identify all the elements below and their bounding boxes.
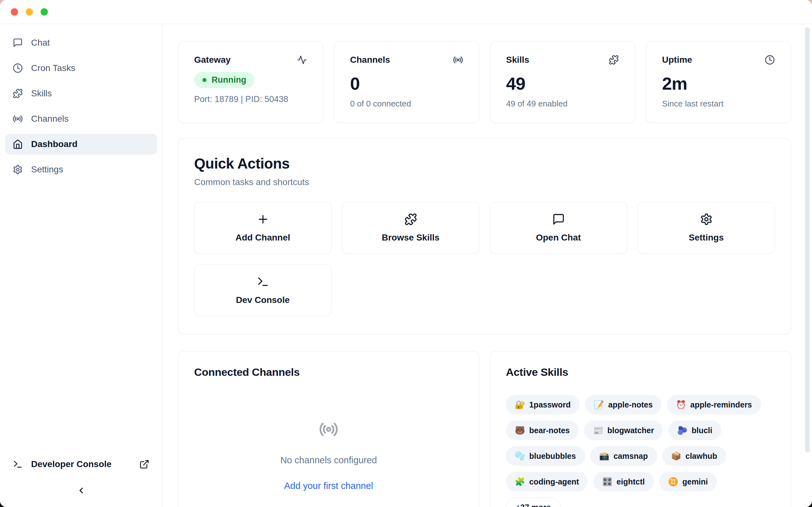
close-button[interactable]: [11, 8, 18, 15]
skill-name: blogwatcher: [607, 426, 654, 435]
action-label: Settings: [689, 233, 723, 243]
bottom-row: Connected Channels No channels configure…: [178, 351, 791, 507]
open-chat-button[interactable]: Open Chat: [490, 202, 627, 254]
chat-icon: [13, 38, 23, 48]
add-channel-button[interactable]: Add Channel: [194, 202, 332, 254]
stat-subtext: 49 of 49 enabled: [506, 99, 619, 109]
minimize-button[interactable]: [26, 8, 33, 15]
action-label: Dev Console: [236, 295, 290, 305]
radio-icon: [319, 419, 339, 439]
status-label: Running: [212, 75, 246, 85]
empty-channels-text: No channels configured: [281, 455, 377, 465]
skill-badge: 🫐blucli: [668, 420, 721, 440]
stat-card-gateway: Gateway Running Port: 18789 | PID: 50438: [178, 41, 323, 123]
clock-icon: [765, 55, 775, 65]
sidebar-item-cron-tasks[interactable]: Cron Tasks: [5, 58, 157, 78]
stats-row: Gateway Running Port: 18789 | PID: 50438…: [178, 41, 791, 123]
skill-emoji: ⏰: [676, 400, 686, 410]
collapse-sidebar-button[interactable]: [73, 483, 89, 498]
gear-icon: [700, 213, 713, 226]
add-first-channel-link[interactable]: Add your first channel: [284, 481, 373, 491]
quick-actions-title: Quick Actions: [194, 155, 775, 172]
settings-button[interactable]: Settings: [638, 202, 775, 254]
stat-subtext: 0 of 0 connected: [350, 99, 463, 109]
clock-icon: [13, 63, 23, 73]
puzzle-icon: [13, 89, 23, 99]
skill-name: clawhub: [686, 452, 717, 461]
skill-name: bear-notes: [529, 426, 570, 435]
skill-badge: ⏰apple-reminders: [667, 395, 761, 414]
gear-icon: [13, 164, 23, 175]
skill-emoji: ♊️: [668, 477, 678, 487]
scrollbar-thumb[interactable]: [805, 27, 810, 452]
sidebar-nav: Chat Cron Tasks Skills Channels Dashboar: [5, 32, 157, 180]
sidebar-item-label: Settings: [31, 164, 63, 175]
stat-head: Gateway: [194, 55, 307, 65]
stat-title: Uptime: [662, 55, 692, 65]
action-label: Open Chat: [536, 233, 581, 243]
active-skills-title: Active Skills: [506, 366, 775, 378]
stat-value: 2m: [662, 73, 775, 94]
dev-console-button[interactable]: Dev Console: [194, 264, 332, 316]
status-dot: [202, 78, 206, 82]
stat-value: 49: [506, 73, 619, 94]
skill-emoji: 📦: [671, 451, 681, 461]
sidebar-item-label: Dashboard: [31, 139, 78, 149]
skill-name: bluebubbles: [529, 452, 576, 461]
stat-head: Channels: [350, 55, 463, 65]
sidebar-item-channels[interactable]: Channels: [5, 108, 157, 129]
skill-name: eightctl: [617, 477, 645, 487]
skill-emoji: 📝: [594, 400, 604, 410]
stat-card-skills: Skills 49 49 of 49 enabled: [490, 41, 635, 123]
activity-icon: [297, 55, 307, 65]
skill-badge: 🐻bear-notes: [506, 420, 578, 440]
skill-emoji: 🔐: [515, 400, 525, 410]
quick-actions-grid: Add Channel Browse Skills Open Chat Sett…: [194, 202, 775, 316]
terminal-icon: [257, 275, 269, 288]
skill-badge: 🫧bluebubbles: [506, 446, 585, 466]
radio-icon: [13, 114, 23, 124]
external-link-icon[interactable]: [139, 459, 149, 469]
skill-name: 1password: [529, 400, 571, 409]
sidebar-item-label: Skills: [31, 89, 52, 99]
terminal-icon: [13, 459, 23, 469]
stat-title: Channels: [350, 55, 390, 65]
app-body: Chat Cron Tasks Skills Channels Dashboar: [0, 24, 812, 507]
titlebar: [0, 0, 812, 24]
skill-badge: ♊️gemini: [659, 472, 717, 492]
plus-icon: [257, 213, 269, 226]
skill-emoji: 🐻: [515, 426, 525, 435]
stat-title: Skills: [506, 55, 529, 65]
stat-head: Uptime: [662, 55, 775, 65]
status-badge: Running: [194, 72, 254, 88]
sidebar: Chat Cron Tasks Skills Channels Dashboar: [0, 24, 162, 507]
radio-icon: [453, 55, 463, 65]
puzzle-icon: [404, 213, 417, 226]
collapse-row: [5, 475, 157, 501]
sidebar-item-skills[interactable]: Skills: [5, 83, 157, 104]
zoom-button[interactable]: [41, 8, 48, 15]
sidebar-item-chat[interactable]: Chat: [5, 32, 157, 53]
sidebar-item-dashboard[interactable]: Dashboard: [5, 134, 157, 155]
skill-name: coding-agent: [529, 477, 579, 487]
skill-name: blucli: [692, 426, 712, 435]
chat-icon: [552, 213, 565, 226]
skill-emoji: 📰: [593, 426, 603, 435]
puzzle-icon: [609, 55, 619, 65]
developer-console-link[interactable]: Developer Console: [5, 454, 157, 475]
chevron-left-icon: [77, 486, 86, 495]
stat-value: 0: [350, 73, 463, 94]
skill-name: apple-notes: [608, 400, 653, 409]
browse-skills-button[interactable]: Browse Skills: [342, 202, 479, 254]
more-skills-button[interactable]: +37 more: [506, 498, 561, 507]
sidebar-item-settings[interactable]: Settings: [5, 159, 157, 180]
skill-badge: 📰blogwatcher: [584, 420, 663, 440]
skill-emoji: 🎛️: [602, 477, 612, 487]
stat-head: Skills: [506, 55, 619, 65]
stat-card-channels: Channels 0 0 of 0 connected: [334, 41, 479, 123]
action-label: Browse Skills: [382, 233, 439, 243]
action-label: Add Channel: [235, 233, 290, 243]
active-skills-card: Active Skills 🔐1password 📝apple-notes ⏰a…: [490, 351, 791, 507]
skill-emoji: 📸: [599, 451, 609, 461]
quick-actions-card: Quick Actions Common tasks and shortcuts…: [178, 138, 791, 334]
